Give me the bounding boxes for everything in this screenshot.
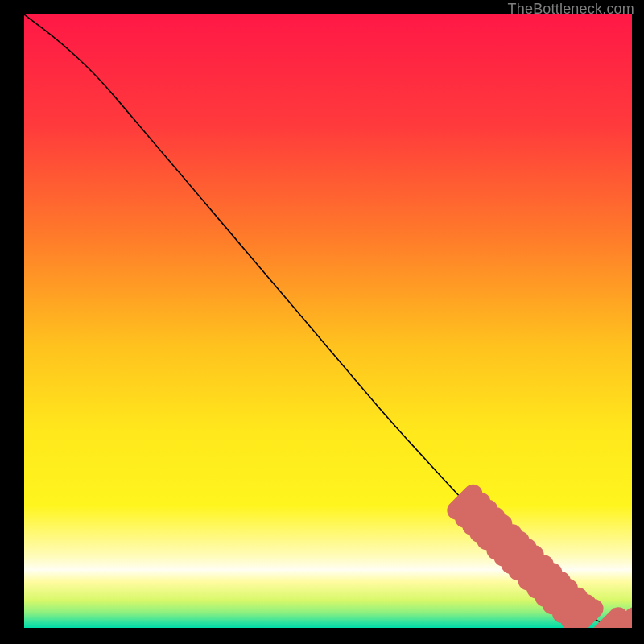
gradient-rect <box>24 14 632 628</box>
marker-point <box>577 609 594 625</box>
chart-svg <box>24 14 632 628</box>
chart-stage: TheBottleneck.com <box>0 0 644 644</box>
plot-area <box>24 14 632 628</box>
